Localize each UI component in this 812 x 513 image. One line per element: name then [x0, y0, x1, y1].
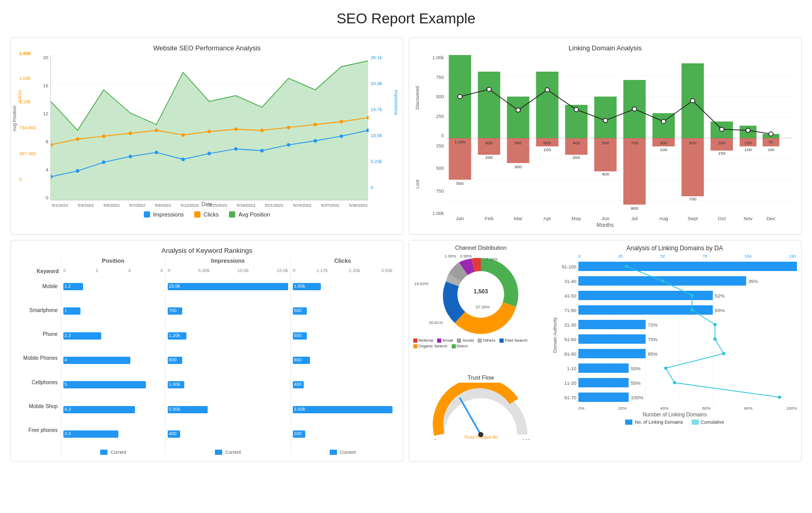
svg-point-97 [720, 127, 724, 131]
svg-text:1.00k: 1.00k [454, 139, 466, 144]
svg-text:100: 100 [745, 147, 752, 152]
svg-point-90 [516, 108, 521, 112]
svg-text:150: 150 [745, 140, 752, 145]
svg-point-99 [769, 132, 774, 136]
kw-free-phones: Free phones [19, 427, 61, 433]
svg-text:400: 400 [602, 171, 610, 177]
impressions-dot [144, 211, 150, 218]
svg-point-92 [574, 107, 579, 112]
svg-point-112 [457, 271, 504, 318]
svg-point-93 [603, 118, 608, 123]
keyword-rankings-chart: Analysis of Keyword Rankings Keyword Mob… [10, 240, 403, 462]
svg-text:200: 200 [718, 140, 726, 145]
svg-text:Jun: Jun [601, 216, 610, 221]
svg-point-145 [625, 265, 628, 268]
svg-point-17 [340, 120, 343, 124]
svg-point-23 [155, 151, 158, 154]
svg-point-14 [260, 129, 264, 132]
svg-rect-41 [449, 138, 471, 180]
seo-clicks-label: Clicks [17, 90, 22, 102]
svg-rect-137 [578, 349, 645, 358]
linking-svg: 1.00k 500 800 200 500 300 800 1 [446, 55, 793, 221]
svg-point-147 [691, 294, 694, 297]
legend-avg-position: Avg Position [229, 211, 270, 218]
seo-legend: Impressions Clicks Avg Position [19, 211, 395, 218]
page-title: SEO Report Example [0, 0, 812, 32]
svg-point-7 [76, 137, 79, 141]
svg-text:Nov: Nov [743, 216, 753, 221]
dashboard: Website SEO Performance Analysis 1.99k 1… [0, 32, 812, 472]
svg-text:65%: 65% [715, 308, 725, 313]
da-svg: 22% 35% 52% 65% 72% [578, 260, 797, 405]
seo-chart-title: Website SEO Performance Analysis [19, 44, 395, 52]
svg-rect-139 [578, 363, 629, 373]
svg-point-21 [102, 160, 105, 164]
donut-chart: 1,503 [439, 253, 522, 336]
svg-text:35%: 35% [748, 279, 758, 284]
svg-text:700: 700 [689, 196, 697, 201]
svg-point-12 [208, 130, 211, 133]
svg-rect-68 [653, 113, 675, 138]
svg-point-25 [208, 152, 211, 155]
svg-point-154 [778, 396, 781, 399]
svg-text:Aug: Aug [659, 216, 668, 221]
svg-text:100: 100 [660, 147, 668, 152]
svg-point-96 [691, 99, 695, 103]
svg-text:400: 400 [573, 140, 580, 145]
svg-text:Jul: Jul [631, 216, 638, 221]
svg-point-20 [76, 169, 79, 173]
svg-text:52%: 52% [715, 293, 725, 299]
avg-position-dot [229, 211, 235, 218]
svg-rect-52 [536, 72, 558, 138]
svg-point-94 [632, 107, 637, 111]
impressions-label: Impressions [153, 211, 184, 218]
svg-point-91 [545, 88, 550, 92]
clicks-col-header: Clicks [291, 258, 395, 268]
svg-point-148 [691, 308, 694, 312]
svg-point-28 [287, 143, 291, 147]
kw-mobile-shop: Mobile Shop [19, 403, 61, 409]
svg-point-27 [260, 149, 264, 153]
svg-text:200: 200 [485, 155, 493, 160]
da-title: Analysis of Linking Domains by DA [552, 245, 797, 252]
position-col-header: Position [61, 258, 165, 268]
legend-clicks: Clicks [194, 211, 219, 218]
svg-text:500: 500 [602, 140, 610, 145]
svg-text:Jan: Jan [456, 216, 464, 221]
svg-rect-125 [578, 262, 797, 271]
svg-rect-65 [624, 138, 646, 205]
legend-impressions: Impressions [144, 211, 184, 218]
svg-point-146 [661, 279, 664, 282]
svg-text:Mar: Mar [514, 216, 523, 221]
keyword-rankings-title: Analysis of Keyword Rankings [19, 247, 395, 254]
svg-text:800: 800 [544, 140, 551, 145]
kw-cellphones: Cellphones [19, 380, 61, 385]
svg-point-149 [713, 323, 716, 326]
svg-point-98 [746, 128, 750, 132]
svg-text:500: 500 [456, 181, 464, 186]
clicks-label: Clicks [204, 211, 219, 218]
seo-avg-position-label: Avg Position [12, 105, 17, 131]
svg-text:100%: 100% [631, 395, 643, 400]
svg-text:100: 100 [768, 147, 775, 152]
svg-text:300: 300 [515, 164, 522, 169]
trust-flow-title: Trust Flow [413, 374, 548, 381]
trust-flow-gauge: 0 100 [429, 383, 533, 440]
svg-point-88 [458, 95, 463, 99]
svg-point-95 [661, 119, 666, 124]
svg-text:0: 0 [434, 438, 437, 440]
svg-rect-141 [578, 378, 629, 387]
svg-point-150 [713, 338, 716, 341]
svg-point-8 [102, 134, 105, 138]
svg-text:150: 150 [718, 151, 726, 156]
avg-position-label: Avg Position [238, 211, 270, 218]
svg-text:200: 200 [573, 155, 580, 160]
svg-rect-44 [478, 72, 500, 138]
svg-point-151 [722, 352, 725, 355]
svg-point-26 [234, 147, 238, 151]
svg-rect-135 [578, 334, 645, 344]
svg-point-15 [287, 126, 291, 129]
svg-text:55%: 55% [631, 381, 641, 386]
kw-mobile-phones: Mobile Phones [19, 355, 61, 361]
svg-text:85%: 85% [648, 352, 658, 357]
